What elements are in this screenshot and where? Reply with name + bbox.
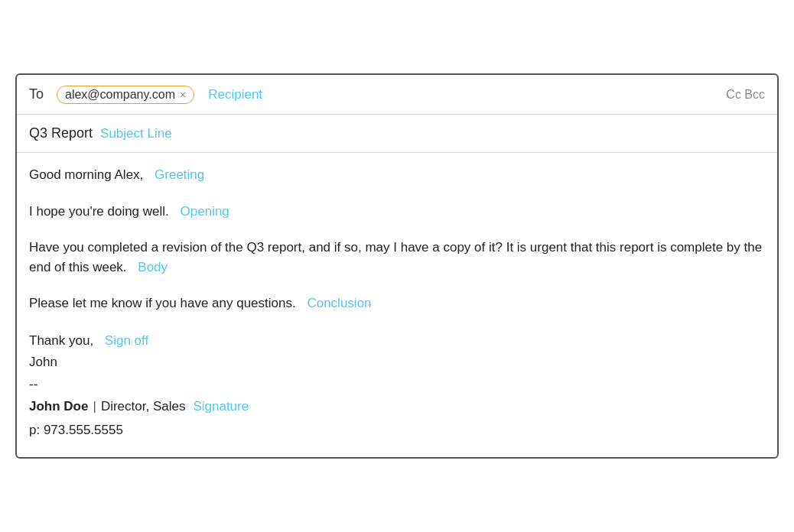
signature-line: John Doe | Director, Sales Signature: [29, 396, 765, 418]
signature-annotation[interactable]: Signature: [193, 396, 249, 418]
signoff-separator: --: [29, 374, 765, 396]
signoff-annotation[interactable]: Sign off: [105, 333, 148, 348]
email-composer: To alex@company.com × Recipient Cc Bcc Q…: [15, 73, 779, 459]
recipient-email: alex@company.com: [65, 88, 175, 102]
signoff-name: John: [29, 352, 765, 374]
body-paragraph: Have you completed a revision of the Q3 …: [29, 238, 765, 277]
subject-annotation[interactable]: Subject Line: [100, 126, 172, 141]
subject-text: Q3 Report: [29, 125, 93, 141]
body-annotation[interactable]: Body: [138, 260, 168, 274]
sig-phone: p: 973.555.5555: [29, 420, 765, 442]
to-label: To: [29, 86, 47, 102]
signoff-line: Thank you, Sign off: [29, 330, 765, 352]
conclusion-text: Please let me know if you have any quest…: [29, 296, 296, 310]
greeting-text: Good morning Alex,: [29, 167, 143, 182]
greeting-annotation[interactable]: Greeting: [155, 167, 204, 182]
cc-bcc-links[interactable]: Cc Bcc: [726, 88, 765, 102]
opening-paragraph: I hope you're doing well. Opening: [29, 202, 765, 222]
conclusion-paragraph: Please let me know if you have any quest…: [29, 294, 765, 313]
recipient-annotation[interactable]: Recipient: [208, 87, 262, 102]
signoff-block: Thank you, Sign off John -- John Doe | D…: [29, 330, 765, 442]
opening-text: I hope you're doing well.: [29, 204, 169, 219]
email-body: Good morning Alex, Greeting I hope you'r…: [17, 153, 777, 457]
to-row: To alex@company.com × Recipient Cc Bcc: [17, 75, 777, 115]
sig-name: John Doe: [29, 396, 88, 418]
conclusion-annotation[interactable]: Conclusion: [307, 296, 371, 310]
close-icon[interactable]: ×: [180, 89, 186, 101]
opening-annotation[interactable]: Opening: [181, 204, 229, 219]
greeting-paragraph: Good morning Alex, Greeting: [29, 165, 765, 185]
sig-title: Director, Sales: [101, 396, 186, 418]
subject-row: Q3 Report Subject Line: [17, 115, 777, 153]
recipient-chip[interactable]: alex@company.com ×: [57, 86, 194, 104]
sig-pipe: |: [93, 396, 96, 418]
signoff-text: Thank you,: [29, 333, 93, 348]
